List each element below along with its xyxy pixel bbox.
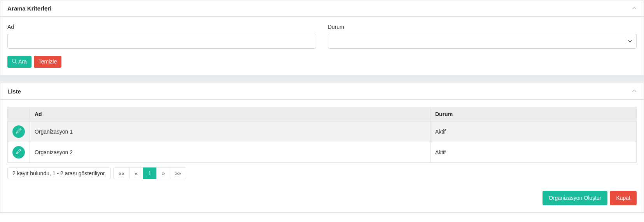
organization-table: Ad Durum Organizasyon 1AktifOrganizasyon… <box>7 107 637 163</box>
status-field-group: Durum <box>328 24 637 49</box>
close-button-label: Kapat <box>616 195 630 201</box>
table-header-status: Durum <box>430 107 637 121</box>
table-cell-name: Organizasyon 1 <box>30 121 430 142</box>
search-icon <box>12 58 17 65</box>
collapse-icon[interactable] <box>632 88 637 94</box>
pagination-info: 2 kayıt bulundu, 1 - 2 arası gösteriliyo… <box>7 167 111 179</box>
collapse-icon[interactable] <box>632 6 637 11</box>
list-header: Liste <box>0 83 644 100</box>
table-header-action <box>8 107 30 121</box>
pagination: «« « 1 » »» <box>113 167 186 179</box>
page-1-button[interactable]: 1 <box>143 167 157 179</box>
search-criteria-title: Arama Kriterleri <box>7 5 51 12</box>
pencil-icon <box>16 128 21 135</box>
clear-button[interactable]: Temizle <box>34 56 61 68</box>
table-cell-action <box>8 142 30 162</box>
edit-button[interactable] <box>12 146 25 159</box>
close-button[interactable]: Kapat <box>610 191 637 205</box>
table-row: Organizasyon 2Aktif <box>8 142 637 162</box>
edit-button[interactable] <box>12 125 25 138</box>
page-last-button[interactable]: »» <box>170 167 186 179</box>
create-organization-button[interactable]: Organizasyon Oluştur <box>542 191 607 205</box>
search-criteria-body: Ad Durum Ara Temizle <box>0 17 644 75</box>
table-row: Organizasyon 1Aktif <box>8 121 637 142</box>
table-header-name: Ad <box>30 107 430 121</box>
table-cell-status: Aktif <box>430 142 637 162</box>
name-field-group: Ad <box>7 24 316 49</box>
table-cell-name: Organizasyon 2 <box>30 142 430 162</box>
status-select[interactable] <box>328 34 637 49</box>
form-row: Ad Durum <box>7 24 637 49</box>
create-organization-label: Organizasyon Oluştur <box>549 195 601 201</box>
footer-buttons: Organizasyon Oluştur Kapat <box>7 191 637 205</box>
search-criteria-panel: Arama Kriterleri Ad Durum <box>0 0 644 75</box>
pagination-wrap: 2 kayıt bulundu, 1 - 2 arası gösteriliyo… <box>7 167 637 179</box>
search-button-row: Ara Temizle <box>7 56 637 68</box>
search-button[interactable]: Ara <box>7 56 32 68</box>
table-header-row: Ad Durum <box>8 107 637 121</box>
search-button-label: Ara <box>18 58 27 65</box>
table-cell-status: Aktif <box>430 121 637 142</box>
table-cell-action <box>8 121 30 142</box>
pencil-icon <box>16 149 21 155</box>
search-criteria-header: Arama Kriterleri <box>0 0 644 17</box>
page-first-button[interactable]: «« <box>113 167 130 179</box>
list-panel: Liste Ad Durum Organizasyon 1AktifOrgani… <box>0 83 644 213</box>
name-label: Ad <box>7 24 316 30</box>
list-body: Ad Durum Organizasyon 1AktifOrganizasyon… <box>0 100 644 212</box>
list-title: Liste <box>7 88 21 95</box>
page-next-button[interactable]: » <box>156 167 170 179</box>
status-label: Durum <box>328 24 637 30</box>
clear-button-label: Temizle <box>38 58 57 65</box>
name-input[interactable] <box>7 34 316 49</box>
page-prev-button[interactable]: « <box>129 167 143 179</box>
